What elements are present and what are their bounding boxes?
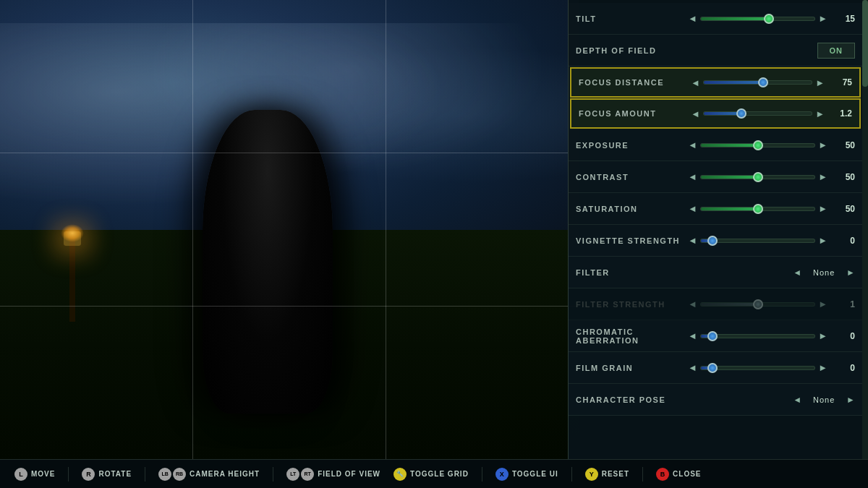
- bottom-item-reset[interactable]: YRESET: [585, 468, 629, 481]
- setting-label-focus-distance: FOCUS DISTANCE: [579, 78, 691, 87]
- btn-reset[interactable]: Y: [585, 468, 598, 481]
- bottom-item-field-of-view[interactable]: LTRTFIELD OF VIEW: [286, 468, 380, 481]
- setting-label-exposure: EXPOSURE: [576, 141, 688, 150]
- arrow-left-focus-amount[interactable]: ◄: [691, 108, 700, 119]
- slider-track-chromatic-aberration[interactable]: [700, 334, 815, 338]
- slider-thumb-exposure[interactable]: [753, 140, 763, 150]
- setting-row-filter[interactable]: FILTER◄None►: [569, 257, 862, 288]
- slider-track-focus-distance[interactable]: [703, 80, 812, 85]
- arrow-right-vignette-strength[interactable]: ►: [818, 235, 827, 246]
- slider-track-vignette-strength[interactable]: [700, 239, 815, 243]
- setting-row-tilt[interactable]: TILT◄►15: [569, 3, 862, 35]
- arrow-right-focus-amount[interactable]: ►: [815, 108, 825, 119]
- arrow-left-chromatic-aberration[interactable]: ◄: [688, 330, 697, 341]
- slider-thumb-focus-distance[interactable]: [758, 77, 768, 87]
- setting-label-vignette-strength: VIGNETTE STRENGTH: [576, 236, 688, 245]
- setting-row-filter-strength[interactable]: FILTER STRENGTH◄►1: [569, 288, 862, 320]
- slider-track-tilt[interactable]: [700, 17, 815, 21]
- setting-row-depth-of-field[interactable]: DEPTH OF FIELDON: [569, 35, 862, 67]
- slider-thumb-saturation[interactable]: [753, 204, 763, 214]
- btn-container-camera-height: LBRB: [158, 468, 186, 481]
- arrow-right-tilt[interactable]: ►: [818, 13, 827, 24]
- setting-value-vignette-strength: 0: [835, 236, 855, 246]
- bottom-item-toggle-grid[interactable]: 🔧TOGGLE GRID: [393, 468, 469, 481]
- bottom-item-move[interactable]: LMOVE: [14, 468, 55, 481]
- btn-rotate[interactable]: R: [82, 468, 95, 481]
- bottom-label-rotate: ROTATE: [98, 470, 132, 478]
- select-arrow-left-character-pose[interactable]: ◄: [793, 395, 801, 405]
- scrollbar-thumb[interactable]: [862, 0, 868, 87]
- slider-track-film-grain[interactable]: [700, 366, 815, 370]
- slider-thumb-chromatic-aberration[interactable]: [707, 331, 718, 341]
- slider-track-filter-strength[interactable]: [700, 302, 815, 307]
- select-arrow-right-filter[interactable]: ►: [846, 267, 855, 278]
- bottom-label-toggle-grid: TOGGLE GRID: [410, 470, 469, 478]
- setting-value-focus-amount: 1.2: [832, 108, 852, 119]
- btn-field-of-view-RT[interactable]: RT: [301, 468, 314, 481]
- btn-camera-height-RB[interactable]: RB: [173, 468, 186, 481]
- setting-row-saturation[interactable]: SATURATION◄►50: [569, 193, 862, 225]
- bottom-label-toggle-ui: TOGGLE UI: [512, 470, 558, 478]
- slider-thumb-contrast[interactable]: [753, 172, 763, 182]
- setting-label-saturation: SATURATION: [576, 205, 688, 213]
- slider-track-saturation[interactable]: [700, 207, 815, 211]
- toggle-depth-of-field[interactable]: ON: [817, 43, 856, 59]
- btn-move[interactable]: L: [14, 468, 27, 481]
- setting-row-chromatic-aberration[interactable]: CHROMATIC ABERRATION◄►0: [569, 320, 862, 352]
- bottom-item-toggle-ui[interactable]: XTOGGLE UI: [495, 468, 558, 481]
- btn-field-of-view-LT[interactable]: LT: [286, 468, 299, 481]
- setting-row-exposure[interactable]: EXPOSURE◄►50: [569, 129, 862, 161]
- setting-label-film-grain: FILM GRAIN: [576, 364, 688, 372]
- slider-thumb-film-grain[interactable]: [707, 363, 718, 373]
- slider-track-contrast[interactable]: [700, 175, 815, 179]
- select-area-filter: ◄None►: [793, 267, 855, 278]
- arrow-left-filter-strength[interactable]: ◄: [688, 299, 697, 309]
- arrow-right-film-grain[interactable]: ►: [818, 362, 827, 373]
- setting-row-focus-amount[interactable]: FOCUS AMOUNT◄►1.2: [570, 98, 861, 129]
- slider-track-exposure[interactable]: [700, 143, 815, 147]
- slider-track-focus-amount[interactable]: [703, 111, 812, 116]
- slider-thumb-tilt[interactable]: [764, 14, 774, 24]
- setting-label-contrast: CONTRAST: [576, 173, 688, 181]
- arrow-right-chromatic-aberration[interactable]: ►: [818, 330, 827, 341]
- bottom-item-rotate[interactable]: RROTATE: [82, 468, 132, 481]
- slider-area-film-grain: ◄►0: [688, 362, 855, 373]
- arrow-left-contrast[interactable]: ◄: [688, 171, 697, 182]
- btn-camera-height-LB[interactable]: LB: [158, 468, 171, 481]
- arrow-left-tilt[interactable]: ◄: [688, 13, 697, 24]
- arrow-left-vignette-strength[interactable]: ◄: [688, 235, 697, 246]
- setting-row-focus-distance[interactable]: FOCUS DISTANCE◄►75: [570, 67, 861, 98]
- setting-label-filter-strength: FILTER STRENGTH: [576, 300, 688, 309]
- arrow-right-filter-strength[interactable]: ►: [818, 299, 827, 309]
- slider-fill-filter-strength: [701, 303, 758, 306]
- btn-toggle-grid[interactable]: 🔧: [393, 468, 407, 481]
- btn-toggle-ui[interactable]: X: [495, 468, 509, 481]
- select-value-character-pose: None: [806, 395, 842, 404]
- btn-close[interactable]: B: [656, 468, 669, 481]
- slider-fill-tilt: [701, 17, 769, 20]
- slider-area-focus-amount: ◄►1.2: [691, 108, 852, 119]
- select-arrow-left-filter[interactable]: ◄: [793, 267, 801, 278]
- bottom-item-close[interactable]: BCLOSE: [656, 468, 701, 481]
- bottom-item-camera-height[interactable]: LBRBCAMERA HEIGHT: [158, 468, 260, 481]
- bottom-label-move: MOVE: [31, 470, 55, 478]
- setting-row-character-pose[interactable]: CHARACTER POSE◄None►: [569, 384, 862, 416]
- arrow-left-saturation[interactable]: ◄: [688, 203, 697, 214]
- arrow-right-exposure[interactable]: ►: [818, 140, 827, 150]
- select-arrow-right-character-pose[interactable]: ►: [846, 395, 855, 405]
- setting-row-vignette-strength[interactable]: VIGNETTE STRENGTH◄►0: [569, 225, 862, 257]
- slider-area-filter-strength: ◄►1: [688, 299, 855, 309]
- arrow-right-focus-distance[interactable]: ►: [815, 77, 825, 88]
- arrow-left-exposure[interactable]: ◄: [688, 140, 697, 150]
- slider-thumb-vignette-strength[interactable]: [707, 236, 718, 246]
- arrow-right-contrast[interactable]: ►: [818, 171, 827, 182]
- scrollbar[interactable]: [862, 0, 868, 459]
- arrow-right-saturation[interactable]: ►: [818, 203, 827, 214]
- setting-row-film-grain[interactable]: FILM GRAIN◄►0: [569, 352, 862, 384]
- slider-thumb-filter-strength[interactable]: [753, 299, 763, 309]
- arrow-left-focus-distance[interactable]: ◄: [691, 77, 700, 88]
- setting-row-contrast[interactable]: CONTRAST◄►50: [569, 161, 862, 193]
- btn-container-field-of-view: LTRT: [286, 468, 314, 481]
- arrow-left-film-grain[interactable]: ◄: [688, 362, 697, 373]
- slider-thumb-focus-amount[interactable]: [736, 108, 746, 119]
